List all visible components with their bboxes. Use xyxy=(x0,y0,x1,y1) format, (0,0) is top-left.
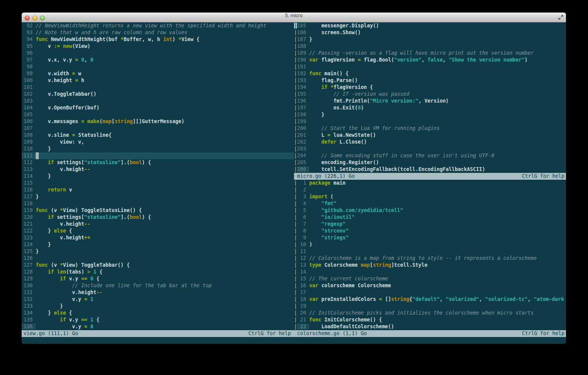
code-line[interactable]: |195 // If -version was passed xyxy=(294,91,534,98)
code-line[interactable]: 121 v.height-- xyxy=(24,221,266,228)
code-line[interactable]: 109 view: v, xyxy=(24,139,266,146)
titlebar[interactable]: 5. micro xyxy=(22,13,566,22)
code-line[interactable]: |199 xyxy=(294,118,534,125)
code-line[interactable]: | 3 import ( xyxy=(294,193,564,200)
code-line[interactable]: | 20 // InitColorscheme picks and initia… xyxy=(294,310,564,316)
code-line[interactable]: 107 xyxy=(24,125,266,132)
code-line[interactable]: |206 tcell.SetEncodingFallback(tcell.Enc… xyxy=(294,166,534,173)
code-line[interactable]: |200 // Start the Lua VM for running plu… xyxy=(294,125,534,132)
code-line[interactable]: |188 xyxy=(294,43,534,50)
code-line[interactable]: | 2 xyxy=(294,187,564,193)
resize-icon[interactable] xyxy=(558,14,564,22)
code-line[interactable]: 126 xyxy=(24,255,266,262)
code-line[interactable]: |185 messenger.Display() xyxy=(294,22,534,29)
code-line[interactable]: 111 xyxy=(24,152,266,159)
code-line[interactable]: | 12 // Colorscheme is a map from string… xyxy=(294,255,564,262)
code-line[interactable]: 99 v.width = w xyxy=(24,70,266,77)
code-line[interactable]: | 22 LoadDefaultColorscheme() xyxy=(294,323,564,330)
code-line[interactable]: | 6 "io/ioutil" xyxy=(294,214,564,221)
editor-pane-micro-go[interactable]: |185 messenger.Display()|186 screen.Show… xyxy=(294,22,534,173)
code-line[interactable]: 130 // Include one line for the tab bar … xyxy=(24,282,266,289)
code-line[interactable]: | 19 xyxy=(294,303,564,310)
code-line[interactable]: 115 xyxy=(24,180,266,187)
code-line[interactable]: | 1 package main xyxy=(294,180,564,187)
code-line[interactable]: |190 var flagVersion = flag.Bool("versio… xyxy=(294,57,534,63)
line-number: 128 xyxy=(24,269,36,275)
code-line[interactable]: 93 // Note that w and h are raw column a… xyxy=(24,29,266,36)
code-line[interactable]: 136 v.y = 0 xyxy=(24,323,266,330)
code-line[interactable]: 102 v.ToggleTabbar() xyxy=(24,91,266,98)
code-line[interactable]: |198 } xyxy=(294,111,534,118)
code-line[interactable]: 117 } xyxy=(24,193,266,200)
code-line[interactable]: 122 } else { xyxy=(24,228,266,234)
line-number: 20 xyxy=(297,310,309,316)
pane-divider: | xyxy=(294,57,297,63)
editor-pane-colorscheme-go[interactable]: | 1 package main| 2 | 3 import (| 4 "fmt… xyxy=(294,180,564,330)
code-line[interactable]: 110 } xyxy=(24,146,266,152)
code-line[interactable]: 96 xyxy=(24,50,266,57)
code-line[interactable]: | 15 // The current colorscheme xyxy=(294,275,564,282)
code-line[interactable]: 101 xyxy=(24,84,266,91)
code-line[interactable]: 129 if v.y == 0 { xyxy=(24,275,266,282)
code-line[interactable]: |187 } xyxy=(294,36,534,43)
code-line[interactable]: |205 encoding.Register() xyxy=(294,159,534,166)
code-line[interactable]: | 9 "strings" xyxy=(294,234,564,241)
code-line[interactable]: 119 func (v *View) ToggleStatusLine() { xyxy=(24,207,266,214)
code-line[interactable]: 132 v.y = 1 xyxy=(24,296,266,303)
code-line[interactable]: |203 xyxy=(294,146,534,152)
code-line[interactable]: 123 v.height++ xyxy=(24,234,266,241)
code-line[interactable]: |202 defer L.Close() xyxy=(294,139,534,146)
code-line[interactable]: 114 } xyxy=(24,173,266,180)
code-line[interactable]: | 4 "fmt" xyxy=(294,200,564,207)
code-line[interactable]: 127 func (v *View) ToggleTabbar() { xyxy=(24,262,266,269)
code-line[interactable]: 92 // NewViewWidthHeight returns a new v… xyxy=(24,22,266,29)
code-line[interactable]: | 13 type Colorscheme map[string]tcell.S… xyxy=(294,262,564,269)
code-line[interactable]: 100 v.height = h xyxy=(24,77,266,84)
code-line[interactable]: | 14 xyxy=(294,269,564,275)
code-line[interactable]: 106 v.messages = make(map[string][]Gutte… xyxy=(24,118,266,125)
code-line[interactable]: 135 if v.y == 1 { xyxy=(24,316,266,323)
code-line[interactable]: |196 fmt.Println("Micro version:", Versi… xyxy=(294,98,534,104)
code-line[interactable]: |189 // Passing -version as a flag will … xyxy=(294,50,534,57)
code-line[interactable]: | 10 ) xyxy=(294,241,564,248)
code-line[interactable]: |204 // Some encoding stuff in case the … xyxy=(294,152,534,159)
code-line[interactable]: 116 return v xyxy=(24,187,266,193)
code-line[interactable]: |201 L = lua.NewState() xyxy=(294,132,534,139)
code-line[interactable]: 118 xyxy=(24,200,266,207)
code-line[interactable]: | 17 xyxy=(294,289,564,296)
code-line[interactable]: | 16 var colorscheme Colorscheme xyxy=(294,282,564,289)
code-line[interactable]: | 8 "strconv" xyxy=(294,228,564,234)
code-line[interactable]: |186 screen.Show() xyxy=(294,29,534,36)
code-token: "default" xyxy=(413,296,440,302)
code-line[interactable]: | 21 func InitColorscheme() { xyxy=(294,316,564,323)
code-line[interactable]: | 11 xyxy=(294,248,564,255)
code-line[interactable]: 105 xyxy=(24,111,266,118)
code-line[interactable]: 133 } xyxy=(24,303,266,310)
code-line[interactable]: | 5 "github.com/zyedidia/tcell" xyxy=(294,207,564,214)
line-number: 199 xyxy=(297,119,309,124)
code-line[interactable]: 108 v.sline = Statusline{ xyxy=(24,132,266,139)
code-line[interactable]: | 7 "regexp" xyxy=(294,221,564,228)
code-line[interactable]: 131 v.height-- xyxy=(24,289,266,296)
editor-pane-view-go[interactable]: 92 // NewViewWidthHeight returns a new v… xyxy=(24,22,266,330)
code-line[interactable]: |191 xyxy=(294,63,534,70)
code-line[interactable]: 112 if settings["statusline"].(bool) { xyxy=(24,159,266,166)
code-token xyxy=(36,283,72,288)
code-line[interactable]: 103 xyxy=(24,98,266,104)
code-line[interactable]: |194 if *flagVersion { xyxy=(294,84,534,91)
code-line[interactable]: 104 v.OpenBuffer(buf) xyxy=(24,104,266,111)
code-line[interactable]: 125 } xyxy=(24,248,266,255)
code-line[interactable]: 97 v.x, v.y = 0, 0 xyxy=(24,57,266,63)
code-line[interactable]: |192 func main() { xyxy=(294,70,534,77)
code-line[interactable]: 120 if settings["statusline"].(bool) { xyxy=(24,214,266,221)
code-line[interactable]: 124 } xyxy=(24,241,266,248)
code-line[interactable]: |197 os.Exit(0) xyxy=(294,104,534,111)
code-line[interactable]: 95 v := new(View) xyxy=(24,43,266,50)
code-line[interactable]: 134 } else { xyxy=(24,310,266,316)
code-line[interactable]: 128 if len(tabs) > 1 { xyxy=(24,269,266,275)
code-line[interactable]: | 18 var preInstalledColors = []string{"… xyxy=(294,296,564,303)
code-line[interactable]: 113 v.height-- xyxy=(24,166,266,173)
code-line[interactable]: 94 func NewViewWidthHeight(buf *Buffer, … xyxy=(24,36,266,43)
code-line[interactable]: 98 xyxy=(24,63,266,70)
code-line[interactable]: |193 flag.Parse() xyxy=(294,77,534,84)
